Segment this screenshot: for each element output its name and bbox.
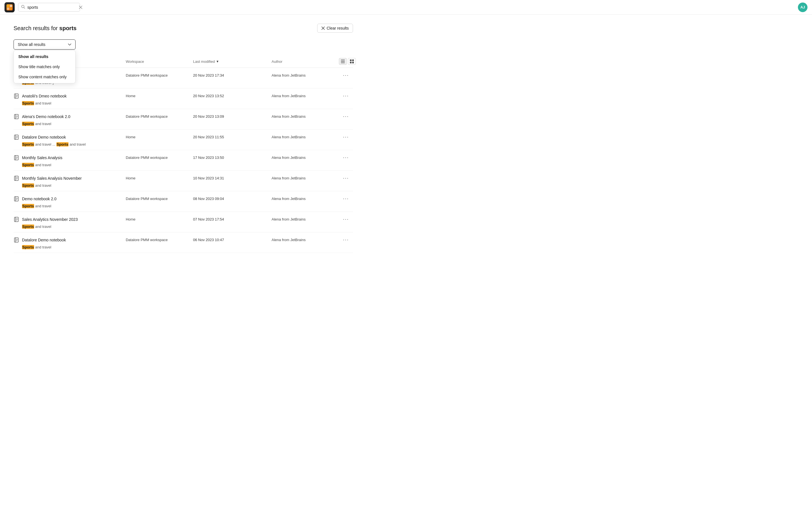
more-options-button[interactable]: ··· <box>339 154 353 162</box>
result-author: Alena from JetBrains <box>271 176 339 180</box>
more-options-button[interactable]: ··· <box>339 133 353 141</box>
result-workspace: Datalore PMM workspace <box>126 196 193 201</box>
result-snippet: Sports and travel <box>13 224 353 229</box>
list-view-button[interactable] <box>339 58 347 65</box>
page-title: Search results for sports <box>13 25 77 32</box>
notebook-icon <box>13 134 19 140</box>
filter-option-all[interactable]: Show all results <box>14 52 75 62</box>
main-content: Search results for sports Clear results … <box>0 15 366 262</box>
clear-results-button[interactable]: Clear results <box>317 24 353 33</box>
result-workspace: Home <box>126 94 193 98</box>
grid-view-button[interactable] <box>348 58 356 65</box>
snippet-text: and travel <box>68 142 86 147</box>
table-row: Anatolii's Dmeo notebook Home 20 Nov 202… <box>13 89 353 109</box>
search-box <box>18 3 80 11</box>
highlight-text: Sports <box>22 224 34 229</box>
svg-rect-1 <box>10 5 12 7</box>
svg-rect-2 <box>7 8 9 10</box>
more-options-button[interactable]: ··· <box>339 215 353 223</box>
result-modified: 08 Nov 2023 09:04 <box>193 196 272 201</box>
filter-container: Show all results Show all results Show t… <box>13 40 353 50</box>
result-row-main: Alena's Demo notebook 2.0 Datalore PMM w… <box>13 112 353 121</box>
logo-initials <box>6 4 13 10</box>
result-row-main: Monthly Sales Analysis Datalore PMM work… <box>13 154 353 162</box>
result-name: Monthly Sales Analysis November <box>13 175 126 181</box>
result-author: Alena from JetBrains <box>271 73 339 77</box>
result-snippet: Sports and travel <box>13 163 353 167</box>
result-workspace: Home <box>126 176 193 180</box>
notebook-icon <box>13 93 19 99</box>
result-modified: 20 Nov 2023 13:52 <box>193 94 272 98</box>
svg-rect-16 <box>352 62 354 63</box>
result-workspace: Datalore PMM workspace <box>126 73 193 77</box>
col-workspace-header: Workspace <box>126 58 193 65</box>
result-modified: 20 Nov 2023 13:09 <box>193 114 272 119</box>
highlight-text: Sports <box>22 101 34 105</box>
app-logo <box>4 2 15 12</box>
notebook-icon <box>13 155 19 161</box>
svg-rect-11 <box>341 61 345 62</box>
result-name: Sales Analytics November 2023 <box>13 217 126 222</box>
svg-rect-12 <box>341 62 345 63</box>
highlight-text: Sports <box>22 142 34 147</box>
more-options-button[interactable]: ··· <box>339 174 353 182</box>
col-author-header: Author <box>271 58 339 65</box>
svg-rect-3 <box>10 8 12 10</box>
view-toggle-group <box>339 58 353 65</box>
snippet-text: and travel <box>34 204 51 208</box>
filter-option-content[interactable]: Show content matches only <box>14 72 75 82</box>
table-row: Alena's Demo notebook 2.0 Datalore PMM w… <box>13 109 353 129</box>
sort-icon: ▼ <box>216 60 219 63</box>
highlight-text: Sports <box>22 122 34 126</box>
results-table: Name Workspace Last modified ▼ Author <box>13 55 353 253</box>
svg-rect-13 <box>350 59 352 61</box>
table-row: Monthly Sales Analysis Datalore PMM work… <box>13 150 353 171</box>
snippet-text: and travel <box>34 163 51 167</box>
result-snippet: Sports and travel <box>13 122 353 126</box>
highlight-text: Sports <box>56 142 68 147</box>
avatar[interactable]: AJ <box>798 3 808 12</box>
clear-search-button[interactable] <box>79 6 82 9</box>
result-workspace: Datalore PMM workspace <box>126 156 193 160</box>
more-options-button[interactable]: ··· <box>339 236 353 244</box>
table-row: Sales Analytics November 2023 Home 07 No… <box>13 212 353 232</box>
result-modified: 07 Nov 2023 17:54 <box>193 217 272 221</box>
result-snippet: Sports and travel <box>13 204 353 208</box>
col-modified-header[interactable]: Last modified ▼ <box>193 58 272 65</box>
search-icon <box>21 5 25 10</box>
highlight-text: Sports <box>22 204 34 208</box>
svg-line-5 <box>24 8 25 9</box>
svg-rect-14 <box>352 59 354 61</box>
table-row: Demo notebook 2.0 Datalore PMM workspace… <box>13 191 353 212</box>
result-author: Alena from JetBrains <box>271 94 339 98</box>
svg-rect-15 <box>350 62 352 63</box>
result-snippet: Sports and travel <box>13 183 353 187</box>
search-input[interactable] <box>28 5 77 10</box>
result-row-main: Sales Analytics November 2023 Home 07 No… <box>13 215 353 223</box>
result-modified: 17 Nov 2023 13:50 <box>193 156 272 160</box>
more-options-button[interactable]: ··· <box>339 92 353 100</box>
result-row-main: Datalore Demo notebook Home 20 Nov 2023 … <box>13 133 353 141</box>
result-row-main: Demo notebook 2.0 Datalore PMM workspace… <box>13 194 353 203</box>
filter-dropdown-menu: Show all results Show title matches only… <box>13 50 75 83</box>
result-author: Alena from JetBrains <box>271 238 339 242</box>
filter-option-title[interactable]: Show title matches only <box>14 62 75 72</box>
more-options-button[interactable]: ··· <box>339 71 353 79</box>
snippet-text: and travel <box>34 224 51 229</box>
result-modified: 20 Nov 2023 11:55 <box>193 135 272 139</box>
navbar: AJ <box>0 0 812 15</box>
result-modified: 10 Nov 2023 14:31 <box>193 176 272 180</box>
result-modified: 20 Nov 2023 17:34 <box>193 73 272 77</box>
result-snippet: Sports and travel <box>13 101 353 105</box>
filter-dropdown-button[interactable]: Show all results <box>13 40 75 50</box>
result-workspace: Home <box>126 217 193 221</box>
more-options-button[interactable]: ··· <box>339 112 353 121</box>
highlight-text: Sports <box>22 183 34 187</box>
highlight-text: Sports <box>22 163 34 167</box>
more-options-button[interactable]: ··· <box>339 194 353 203</box>
result-workspace: Datalore PMM workspace <box>126 114 193 119</box>
table-row: Datalore Demo notebook Datalore PMM work… <box>13 232 353 253</box>
result-author: Alena from JetBrains <box>271 217 339 221</box>
table-row: Monthly Sales Analysis November Home 10 … <box>13 171 353 191</box>
snippet-text: and travel <box>34 101 51 105</box>
